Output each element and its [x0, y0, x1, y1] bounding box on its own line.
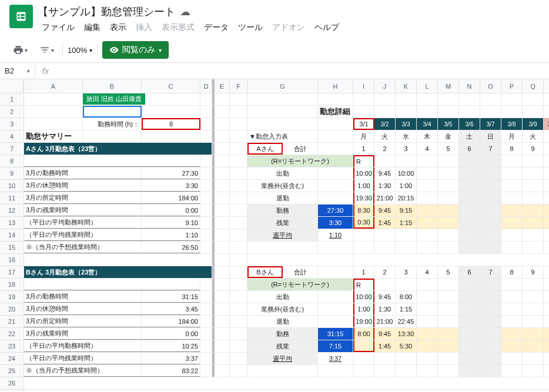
col-header-H[interactable]: H: [318, 79, 353, 93]
cell[interactable]: [438, 340, 459, 352]
cell[interactable]: [318, 93, 353, 105]
detail-label[interactable]: 出勤: [247, 291, 318, 303]
cell[interactable]: [417, 167, 438, 179]
avg-val[interactable]: 1:10: [318, 229, 353, 241]
detail-label[interactable]: 残業: [247, 340, 318, 352]
cell[interactable]: [480, 192, 501, 204]
cell[interactable]: [230, 316, 247, 327]
cell[interactable]: [396, 106, 417, 118]
cell[interactable]: [247, 106, 318, 118]
weekday[interactable]: 月: [353, 130, 374, 142]
date-3/1[interactable]: 3/1: [353, 118, 374, 130]
cell[interactable]: [353, 229, 374, 241]
cell[interactable]: [523, 180, 544, 192]
cell[interactable]: [544, 340, 549, 352]
cell[interactable]: [459, 291, 480, 303]
day-num[interactable]: 9: [523, 266, 544, 278]
summary-val[interactable]: 27:30: [142, 167, 200, 179]
cell[interactable]: [318, 316, 353, 327]
summary-val[interactable]: 3:37: [142, 353, 200, 364]
row-header-4[interactable]: 4: [0, 130, 24, 143]
summary-label[interactable]: 3月の勤務時間: [24, 291, 142, 303]
cell[interactable]: [417, 106, 438, 118]
cell[interactable]: [544, 167, 549, 179]
day-num[interactable]: 3: [396, 266, 417, 278]
cell[interactable]: [523, 340, 544, 352]
row-header-11[interactable]: 11: [0, 192, 24, 205]
cell[interactable]: [459, 167, 480, 179]
cell[interactable]: [480, 155, 501, 167]
cell[interactable]: [501, 205, 523, 216]
cell[interactable]: [374, 353, 396, 364]
person-header[interactable]: Aさん 3月勤怠表（23営）: [24, 143, 212, 155]
day-num[interactable]: 6: [459, 143, 480, 155]
summary-val[interactable]: 31:15: [142, 291, 200, 303]
cell[interactable]: 9:45: [374, 291, 396, 303]
cell[interactable]: [501, 242, 523, 253]
weekday[interactable]: 金: [438, 130, 459, 142]
cell[interactable]: [200, 328, 212, 340]
summary-val[interactable]: 184:00: [142, 192, 200, 204]
cell[interactable]: [83, 130, 142, 142]
cell[interactable]: [142, 106, 200, 118]
weekday[interactable]: 土: [459, 130, 480, 142]
menu-ツール[interactable]: ツール: [234, 20, 267, 35]
cell[interactable]: [523, 242, 544, 253]
cell[interactable]: [230, 192, 247, 204]
cell[interactable]: [501, 279, 523, 290]
cell[interactable]: [523, 167, 544, 179]
cell[interactable]: [374, 279, 396, 290]
person-header[interactable]: Bさん 3月勤怠表（23営）: [24, 266, 212, 278]
summary-title[interactable]: 勤怠サマリー: [24, 130, 83, 142]
weekday[interactable]: 月: [501, 130, 523, 142]
cell[interactable]: [523, 106, 544, 118]
cell[interactable]: [501, 291, 523, 303]
cell[interactable]: [212, 291, 230, 303]
day-num[interactable]: 7: [480, 143, 501, 155]
cell[interactable]: [212, 328, 230, 340]
cell[interactable]: [523, 229, 544, 241]
cell[interactable]: [142, 130, 200, 142]
cell[interactable]: [459, 192, 480, 204]
col-header-A[interactable]: A: [24, 79, 83, 93]
cell[interactable]: [501, 353, 523, 364]
cell[interactable]: [459, 328, 480, 340]
summary-val[interactable]: 0:00: [142, 328, 200, 340]
cell[interactable]: [230, 328, 247, 340]
cell[interactable]: [523, 93, 544, 105]
cell[interactable]: 19:30: [353, 192, 374, 204]
row-header-21[interactable]: 21: [0, 316, 24, 328]
cell[interactable]: [396, 365, 417, 377]
cell[interactable]: [200, 291, 212, 303]
cell[interactable]: [438, 303, 459, 315]
cell[interactable]: [459, 205, 480, 216]
cell[interactable]: [523, 328, 544, 340]
menu-挿入[interactable]: 挿入: [132, 20, 156, 35]
cell[interactable]: [230, 279, 247, 290]
person-name[interactable]: Bさん: [247, 266, 283, 278]
doc-title[interactable]: 【サンプル】勤怠管理シート ☁: [38, 5, 540, 19]
cell[interactable]: [230, 254, 247, 266]
cell[interactable]: [396, 155, 417, 167]
work-hours-label[interactable]: 勤務時間 (h)：: [83, 118, 142, 130]
cell[interactable]: [230, 266, 247, 278]
detail-label[interactable]: 勤務: [247, 328, 318, 340]
summary-label[interactable]: 3月の勤務時間: [24, 167, 142, 179]
cell[interactable]: [417, 217, 438, 229]
cell[interactable]: [212, 180, 230, 192]
cell[interactable]: [480, 167, 501, 179]
row-header-15[interactable]: 15: [0, 242, 24, 254]
cell[interactable]: [480, 291, 501, 303]
cell[interactable]: [438, 229, 459, 241]
summary-val[interactable]: 184:00: [142, 316, 200, 327]
cell[interactable]: [24, 377, 549, 389]
summary-val[interactable]: 1:10: [142, 229, 200, 241]
summary-val[interactable]: 0:00: [142, 205, 200, 216]
cell[interactable]: 5:30: [396, 340, 417, 352]
cell[interactable]: [247, 242, 318, 253]
date-3/9[interactable]: 3/9: [523, 118, 544, 130]
cell[interactable]: [396, 279, 417, 290]
cell[interactable]: R: [353, 155, 374, 167]
cell[interactable]: [417, 279, 438, 290]
cell[interactable]: [480, 365, 501, 377]
